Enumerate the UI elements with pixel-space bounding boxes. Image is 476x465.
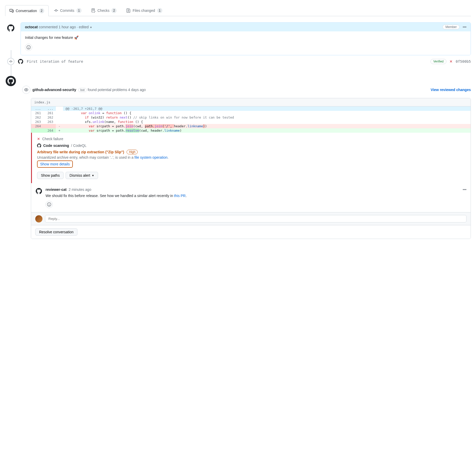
pr-link[interactable]: this PR bbox=[174, 194, 186, 198]
edited-label[interactable]: edited bbox=[79, 25, 89, 29]
eye-icon bbox=[22, 86, 30, 94]
check-annotation: ✕ Check failure Code scanning / CodeQL A… bbox=[31, 133, 471, 183]
x-icon: ✕ bbox=[37, 137, 40, 141]
commit-message[interactable]: First iteration of feature bbox=[27, 59, 427, 64]
hunk-header: ...... @@ -261,7 +261,7 @@ bbox=[31, 106, 471, 111]
octocat-icon bbox=[36, 188, 42, 194]
checklist-icon bbox=[91, 8, 95, 13]
comment-time[interactable]: 1 hour ago bbox=[59, 25, 76, 29]
tab-label: Commits bbox=[60, 8, 74, 13]
review-action: found potential problems bbox=[88, 88, 127, 92]
review-reply: reviewer-cat 2 minutes ago ••• We should… bbox=[31, 183, 471, 212]
comment-body-text: Initial changes for new feature 🚀 bbox=[25, 35, 466, 40]
github-logo-icon bbox=[7, 78, 14, 84]
reply-input[interactable] bbox=[45, 215, 466, 222]
file-name[interactable]: index.js bbox=[31, 98, 471, 106]
smiley-icon bbox=[27, 45, 31, 49]
alert-description: Unsanitized archive entry, which may con… bbox=[37, 155, 466, 159]
x-icon[interactable]: ✕ bbox=[449, 59, 453, 64]
tab-counter: 1 bbox=[76, 8, 82, 13]
alert-title: Arbitrary file write during zip extracti… bbox=[37, 150, 124, 154]
review-author[interactable]: github-advanced-security bbox=[32, 88, 76, 92]
role-badge: Member bbox=[443, 25, 460, 29]
author-avatar[interactable] bbox=[5, 22, 16, 34]
dismiss-alert-button[interactable]: Dismiss alert ▼ bbox=[66, 172, 98, 179]
add-reaction-button[interactable] bbox=[46, 201, 53, 208]
smiley-icon bbox=[47, 202, 51, 207]
tab-files[interactable]: Files changed 1 bbox=[122, 5, 166, 16]
tab-counter: 1 bbox=[157, 8, 162, 13]
severity-badge: High bbox=[127, 150, 138, 154]
pr-tabs: Conversation 2 Commits 1 Checks 2 Files … bbox=[5, 5, 471, 16]
main-comment: octocat commented 1 hour ago · edited ▼ … bbox=[21, 22, 471, 55]
diff-line-deleted: 264- var srcpath = path.join(cwd, path.j… bbox=[31, 124, 471, 128]
tab-commits[interactable]: Commits 1 bbox=[50, 5, 86, 16]
diff-line: 262262 if (win32) return next() // skip … bbox=[31, 115, 471, 120]
show-more-link[interactable]: Show more details bbox=[40, 162, 70, 166]
git-commit-icon bbox=[9, 60, 13, 63]
view-changes-link[interactable]: View reviewed changes bbox=[431, 88, 471, 92]
diff-line: 261261 var onlink = function () { bbox=[31, 111, 471, 115]
tab-checks[interactable]: Checks 2 bbox=[87, 5, 121, 16]
comment-verb: commented bbox=[39, 25, 58, 29]
add-reaction-button[interactable] bbox=[25, 44, 32, 51]
kebab-icon[interactable]: ••• bbox=[463, 25, 466, 29]
reply-time[interactable]: 2 minutes ago bbox=[69, 187, 91, 192]
tab-conversation[interactable]: Conversation 2 bbox=[5, 5, 49, 16]
current-user-avatar[interactable] bbox=[35, 215, 42, 222]
chevron-down-icon[interactable]: ▼ bbox=[90, 26, 92, 29]
commit-event-icon bbox=[7, 58, 14, 65]
diff-line-added: 264+ var srcpath = path.resolve(cwd, hea… bbox=[31, 128, 471, 133]
show-paths-button[interactable]: Show paths bbox=[37, 172, 64, 179]
tool-name: CodeQL bbox=[73, 144, 86, 148]
tab-label: Checks bbox=[98, 8, 110, 13]
alert-ref-link[interactable]: file system operation bbox=[135, 155, 168, 159]
show-more-highlight: Show more details bbox=[37, 160, 73, 168]
tab-counter: 2 bbox=[111, 8, 117, 13]
scanner-name[interactable]: Code scanning bbox=[43, 144, 69, 148]
tab-counter: 2 bbox=[39, 8, 44, 13]
bot-avatar[interactable] bbox=[5, 75, 16, 87]
chevron-down-icon: ▼ bbox=[92, 174, 94, 177]
resolve-conversation-button[interactable]: Resolve conversation bbox=[35, 228, 77, 236]
diff-table: ...... @@ -261,7 +261,7 @@ 261261 var on… bbox=[31, 106, 471, 133]
tab-label: Conversation bbox=[16, 9, 37, 13]
comment-author[interactable]: octocat bbox=[25, 25, 38, 29]
reviewer-avatar[interactable] bbox=[35, 187, 42, 195]
github-logo-icon bbox=[37, 144, 41, 148]
reply-text: We should fix this before release. See h… bbox=[46, 194, 466, 198]
octocat-icon bbox=[7, 24, 14, 32]
reply-author[interactable]: reviewer-cat bbox=[46, 187, 67, 192]
kebab-icon[interactable]: ••• bbox=[463, 187, 466, 192]
review-time[interactable]: 4 days ago bbox=[128, 88, 146, 92]
file-diff-icon bbox=[126, 8, 130, 13]
review-card: index.js ...... @@ -261,7 +261,7 @@ 2612… bbox=[31, 98, 471, 239]
check-label: Check failure bbox=[42, 137, 63, 141]
git-commit-icon bbox=[54, 8, 58, 13]
bot-badge: bot bbox=[78, 88, 87, 92]
tab-label: Files changed bbox=[133, 8, 155, 13]
commit-sha[interactable]: 0f500b5 bbox=[456, 59, 471, 64]
verified-badge[interactable]: Verified bbox=[430, 59, 446, 64]
octocat-icon bbox=[18, 59, 23, 64]
comment-discussion-icon bbox=[10, 9, 14, 13]
commit-author-avatar[interactable] bbox=[17, 58, 24, 65]
diff-line: 263263 xfs.unlink(name, function () { bbox=[31, 120, 471, 124]
